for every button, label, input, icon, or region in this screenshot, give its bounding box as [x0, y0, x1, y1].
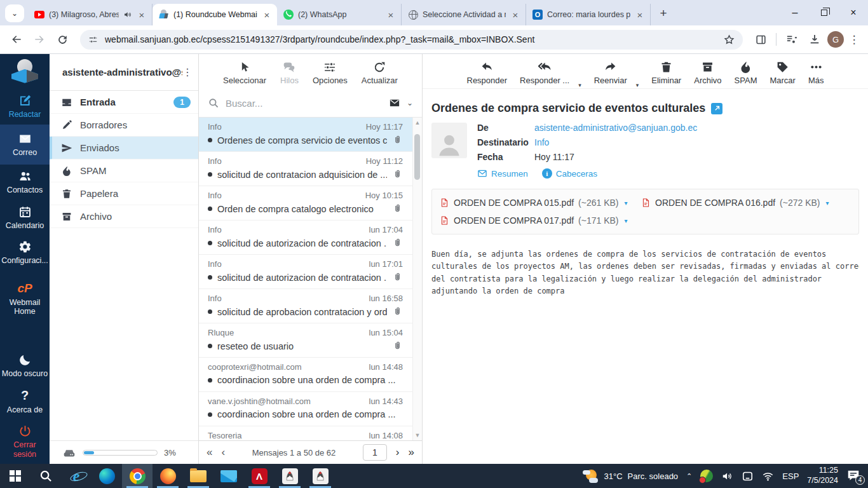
page-input[interactable] — [363, 444, 387, 461]
scrollbar-thumb[interactable] — [414, 134, 420, 180]
reply-button[interactable]: Responder — [467, 60, 508, 85]
attachment-item[interactable]: ORDEN DE COMPRA 016.pdf (~272 KB) ▾ — [641, 194, 843, 212]
sidebar-item-modo-oscuro[interactable]: Modo oscuro — [0, 348, 50, 383]
folder-papelera[interactable]: Papelera — [50, 182, 198, 205]
forward-icon[interactable] — [29, 29, 50, 50]
message-row[interactable]: cooprotexri@hotmail.comlun 14:48 coordin… — [199, 358, 422, 392]
url-text[interactable]: webmail.sanjuan.gob.ec/cpsess2151491327/… — [105, 34, 717, 44]
media-control-icon[interactable] — [782, 29, 802, 50]
open-in-new-window-icon[interactable] — [711, 103, 722, 114]
profile-avatar[interactable]: G — [827, 31, 844, 48]
scroll-down-icon[interactable]: ▼ — [413, 432, 422, 438]
message-row[interactable]: vane.v.joshtin@hotmail.comlun 14:43 coor… — [199, 392, 422, 426]
back-icon[interactable] — [6, 29, 27, 50]
attachment-menu-caret-icon[interactable]: ▾ — [625, 217, 628, 224]
taskbar-file-explorer[interactable] — [183, 464, 214, 488]
tab-roundcube-active[interactable]: (1) Roundcube Webmail :: En × — [153, 4, 277, 25]
threads-button[interactable]: Hilos — [280, 61, 299, 85]
folder-entrada[interactable]: Entrada 1 — [50, 91, 198, 114]
sidebar-item-cerrar-sesion[interactable]: Cerrar sesión — [0, 419, 50, 464]
cast-icon[interactable] — [742, 470, 754, 482]
sidebar-item-correo[interactable]: Correo — [0, 125, 50, 165]
scroll-up-icon[interactable]: ▲ — [413, 119, 422, 126]
next-page-icon[interactable]: › — [396, 446, 400, 459]
sidebar-item-contactos[interactable]: Contactos — [0, 165, 50, 200]
first-page-icon[interactable]: « — [207, 446, 212, 459]
side-panel-icon[interactable] — [750, 29, 771, 50]
browser-menu-icon[interactable]: ⋮ — [846, 33, 862, 46]
minimize-button[interactable]: – — [780, 0, 810, 25]
forward-caret-icon[interactable]: ▾ — [636, 82, 639, 88]
message-row[interactable]: InfoHoy 11:12 solicitud de contratacion … — [199, 152, 422, 186]
weather-widget[interactable]: 31°C Parc. soleado — [583, 468, 679, 484]
forward-button[interactable]: Reenviar — [594, 60, 627, 85]
taskbar-internet-explorer[interactable]: e — [61, 464, 92, 488]
select-button[interactable]: Seleccionar — [223, 61, 266, 85]
spam-button[interactable]: SPAM — [735, 60, 757, 85]
downloads-icon[interactable] — [804, 29, 825, 50]
message-row[interactable]: InfoHoy 10:15 Orden de compra catalogo e… — [199, 186, 422, 220]
sidebar-item-configuracion[interactable]: Configuraci... — [0, 235, 50, 270]
attachment-name[interactable]: ORDEN DE COMPRA 015.pdf — [454, 198, 574, 208]
tab-outlook[interactable]: O Correo: maria lourdes peñaf × — [526, 4, 651, 25]
language-indicator[interactable]: ESP — [782, 471, 799, 481]
tab-scroll-chevron-icon[interactable]: ⌄ — [5, 4, 24, 22]
message-row[interactable]: Infolun 16:58 solicitud de aprobacion co… — [199, 289, 422, 323]
site-settings-icon[interactable] — [88, 34, 98, 45]
search-options-chevron-icon[interactable]: ⌄ — [407, 98, 413, 107]
attachment-menu-caret-icon[interactable]: ▾ — [826, 200, 829, 207]
folder-archivo[interactable]: Archivo — [50, 205, 198, 228]
message-row[interactable]: Rluquelun 15:04 reseteo de usuario — [199, 323, 422, 358]
folder-spam[interactable]: SPAM — [50, 159, 198, 182]
folder-borradores[interactable]: Borradores — [50, 114, 198, 137]
antivirus-icon[interactable] — [700, 470, 713, 482]
attachment-name[interactable]: ORDEN DE COMPRA 017.pdf — [454, 215, 574, 226]
taskbar-java-app-2[interactable] — [305, 464, 336, 488]
message-row[interactable]: Infolun 17:04 solicitud de autorizacion … — [199, 220, 422, 255]
prev-page-icon[interactable]: ‹ — [221, 446, 225, 459]
folder-enviados[interactable]: Enviados — [50, 137, 198, 159]
taskbar-acrobat[interactable]: Λ — [244, 464, 275, 488]
tab-close-icon[interactable]: × — [510, 10, 520, 20]
start-button[interactable] — [0, 464, 31, 488]
taskbar-edge[interactable] — [92, 464, 122, 488]
search-input[interactable] — [226, 98, 383, 109]
tab-youtube[interactable]: (3) Milagroso, Abres Can × — [28, 4, 153, 25]
sidebar-item-calendario[interactable]: Calendario — [0, 200, 50, 235]
tab-actividad[interactable]: Seleccione Actividad a modi × — [402, 4, 526, 25]
close-button[interactable]: × — [839, 0, 868, 25]
restore-button[interactable] — [810, 0, 839, 25]
attachment-menu-caret-icon[interactable]: ▾ — [625, 200, 628, 207]
refresh-button[interactable]: Actualizar — [362, 61, 398, 85]
reply-all-caret-icon[interactable]: ▾ — [578, 82, 581, 88]
summary-link[interactable]: Resumen — [477, 168, 528, 179]
bookmark-star-icon[interactable] — [723, 34, 735, 46]
message-row[interactable]: Infolun 17:01 solicitud de autorizacion … — [199, 255, 422, 289]
delete-button[interactable]: Eliminar — [651, 60, 681, 85]
search-scope-envelope-icon[interactable] — [389, 97, 400, 109]
volume-icon[interactable] — [721, 470, 733, 482]
sidebar-item-acerca-de[interactable]: ? Cerrar sesión Acerca de — [0, 383, 50, 419]
attachment-name[interactable]: ORDEN DE COMPRA 016.pdf — [655, 198, 775, 208]
tab-whatsapp[interactable]: (2) WhatsApp × — [277, 4, 402, 25]
clock[interactable]: 11:25 7/5/2024 — [807, 466, 838, 485]
taskbar-firefox[interactable] — [153, 464, 183, 488]
options-button[interactable]: Opciones — [313, 61, 348, 85]
hidden-icons-chevron[interactable]: ⌃ — [686, 472, 692, 480]
taskbar-java-app-1[interactable] — [275, 464, 305, 488]
tab-close-icon[interactable]: × — [635, 10, 645, 20]
tab-close-icon[interactable]: × — [262, 10, 272, 20]
tab-close-icon[interactable]: × — [386, 10, 396, 20]
wifi-icon[interactable] — [762, 470, 774, 482]
from-address-link[interactable]: asistente-administrativo@sanjuan.gob.ec — [534, 123, 697, 133]
mark-button[interactable]: Marcar — [770, 60, 795, 85]
sidebar-item-webmail-home[interactable]: cP Webmail Home — [0, 276, 50, 322]
to-address-link[interactable]: Info — [534, 137, 549, 147]
message-row[interactable]: InfoHoy 11:17 Ordenes de compra servicio… — [199, 118, 422, 152]
archive-button[interactable]: Archivo — [694, 60, 721, 85]
last-page-icon[interactable]: » — [409, 446, 414, 459]
taskbar-mail[interactable] — [214, 464, 244, 488]
sidebar-item-redactar[interactable]: Redactar — [0, 89, 50, 124]
folder-options-icon[interactable]: ⋮ — [182, 66, 193, 78]
url-bar[interactable]: webmail.sanjuan.gob.ec/cpsess2151491327/… — [80, 30, 743, 50]
